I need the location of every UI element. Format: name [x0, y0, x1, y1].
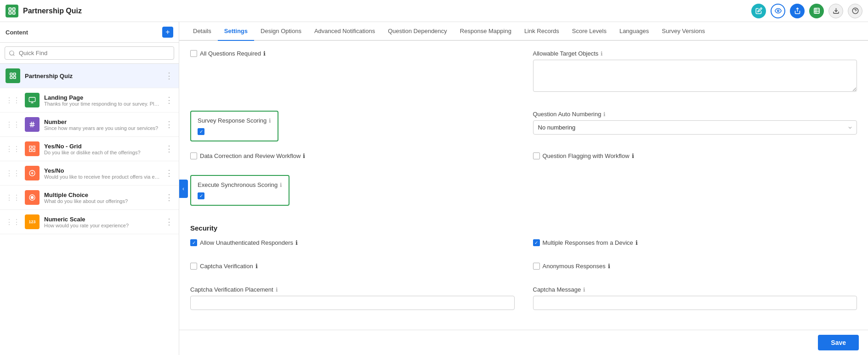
- sidebar-item-landing-page[interactable]: ⋮⋮ Landing Page Thanks for your time res…: [0, 88, 179, 113]
- sidebar-add-button[interactable]: +: [162, 27, 173, 38]
- captcha-placement-input[interactable]: [190, 296, 515, 310]
- all-questions-required-checkbox[interactable]: [190, 50, 197, 57]
- multiple-responses-device-group: ✓ Multiple Responses from a Device ℹ: [533, 239, 857, 246]
- anonymous-responses-row: Anonymous Responses ℹ: [533, 263, 857, 270]
- data-correction-group: Data Correction and Review Workflow ℹ: [190, 152, 515, 159]
- app-logo: [6, 5, 18, 17]
- question-flagging-label: Question Flagging with Workflow ℹ: [543, 152, 634, 159]
- allowable-target-objects-label: Allowable Target Objects ℹ: [533, 50, 857, 57]
- sidebar-content-label: Content: [6, 29, 28, 36]
- drag-handle-multiple-choice[interactable]: ⋮⋮: [6, 193, 20, 202]
- tab-languages[interactable]: Languages: [613, 22, 655, 41]
- captcha-placement-group: Captcha Verification Placement ℹ: [190, 286, 515, 310]
- svg-rect-16: [13, 76, 16, 79]
- execute-synchronous-scoring-checkbox[interactable]: ✓: [198, 192, 204, 199]
- sidebar-item-sub: Do you like or dislike each of the offer…: [44, 150, 160, 155]
- sidebar-item-menu-multiple-choice[interactable]: ⋮: [165, 192, 173, 203]
- svg-rect-13: [10, 73, 12, 75]
- tab-score-levels[interactable]: Score Levels: [566, 22, 613, 41]
- survey-response-scoring-group: Survey Response Scoring ℹ ✓: [190, 111, 515, 149]
- drag-handle-yesno-grid[interactable]: ⋮⋮: [6, 145, 20, 153]
- svg-rect-15: [10, 76, 12, 79]
- sidebar-item-number[interactable]: ⋮⋮ Number Since how many years are you u…: [0, 113, 179, 137]
- svg-rect-3: [13, 11, 15, 14]
- anonymous-responses-checkbox[interactable]: [533, 263, 540, 270]
- allowable-target-objects-input[interactable]: [533, 60, 857, 92]
- security-title: Security: [190, 224, 857, 232]
- download-button[interactable]: [828, 4, 843, 18]
- tab-question-dependency[interactable]: Question Dependency: [381, 22, 454, 41]
- sidebar-item-text-number: Number Since how many years are you usin…: [44, 118, 160, 131]
- item-icon-multiple-choice: [25, 190, 40, 205]
- sidebar-item-partnership-quiz[interactable]: Partnership Quiz ⋮: [0, 64, 179, 88]
- question-flagging-checkbox[interactable]: [533, 152, 540, 159]
- tab-bar: Details Settings Design Options Advanced…: [179, 22, 868, 41]
- svg-rect-1: [13, 8, 15, 10]
- svg-line-22: [31, 122, 31, 127]
- tab-response-mapping[interactable]: Response Mapping: [454, 22, 518, 41]
- survey-response-scoring-checkbox-wrapper: ✓: [198, 128, 271, 135]
- help-button[interactable]: [848, 4, 862, 18]
- sidebar-item-text-partnership-quiz: Partnership Quiz: [25, 73, 160, 79]
- security-row-3: Captcha Verification Placement ℹ Captcha…: [190, 286, 857, 318]
- sidebar-item-text-yesno: Yes/No Would you like to receive free pr…: [44, 167, 160, 180]
- settings-content: All Questions Required ℹ Allowable Targe…: [179, 41, 868, 330]
- survey-response-scoring-info-icon: ℹ: [269, 118, 271, 124]
- preview-button[interactable]: [771, 4, 785, 18]
- allow-unauthenticated-info-icon: ℹ: [295, 239, 298, 246]
- survey-response-scoring-checkbox[interactable]: ✓: [198, 128, 204, 135]
- sidebar-item-menu-partnership-quiz[interactable]: ⋮: [165, 71, 173, 81]
- sidebar-item-yesno-grid[interactable]: ⋮⋮ Yes/No - Grid Do you like or dislike …: [0, 137, 179, 161]
- drag-handle-number[interactable]: ⋮⋮: [6, 120, 20, 129]
- captcha-placement-info-icon: ℹ: [276, 287, 278, 293]
- tab-link-records[interactable]: Link Records: [518, 22, 566, 41]
- sidebar-item-sub: Since how many years are you using our s…: [44, 125, 160, 131]
- sidebar-item-yesno[interactable]: ⋮⋮ Yes/No Would you like to receive free…: [0, 161, 179, 186]
- question-auto-numbering-group: Question Auto Numbering ℹ No numbering 1…: [533, 111, 857, 141]
- main-layout: Content + Partnership Quiz ⋮ ⋮⋮: [0, 22, 868, 355]
- drag-handle-landing-page[interactable]: ⋮⋮: [6, 96, 20, 105]
- page-title: Partnership Quiz: [23, 7, 747, 15]
- security-section: Security ✓ Allow Unauthenticated Respond…: [190, 224, 857, 318]
- question-flagging-info-icon: ℹ: [632, 152, 634, 159]
- allow-unauthenticated-checkbox[interactable]: ✓: [190, 239, 197, 246]
- captcha-message-group: Captcha Message ℹ: [533, 286, 857, 310]
- captcha-message-input[interactable]: [533, 296, 857, 310]
- sidebar-item-menu-yesno-grid[interactable]: ⋮: [165, 144, 173, 154]
- edit-button[interactable]: [751, 4, 766, 18]
- multiple-responses-device-row: ✓ Multiple Responses from a Device ℹ: [533, 239, 857, 246]
- tab-survey-versions[interactable]: Survey Versions: [655, 22, 711, 41]
- tab-details[interactable]: Details: [187, 22, 218, 41]
- sidebar-item-multiple-choice[interactable]: ⋮⋮ Multiple Choice What do you like abou…: [0, 186, 179, 210]
- captcha-verification-info-icon: ℹ: [255, 263, 258, 270]
- settings-row-3: Data Correction and Review Workflow ℹ Qu…: [190, 152, 857, 168]
- spreadsheet-button[interactable]: [809, 4, 824, 18]
- question-auto-numbering-select[interactable]: No numbering 1, 2, 3 a, b, c I, II, III: [533, 120, 857, 135]
- execute-synchronous-scoring-group: Execute Synchronous Scoring ℹ ✓: [190, 175, 857, 213]
- survey-response-scoring-label: Survey Response Scoring ℹ: [198, 117, 271, 124]
- collapse-sidebar-button[interactable]: ‹: [179, 180, 188, 198]
- tab-design-options[interactable]: Design Options: [254, 22, 308, 41]
- sidebar-item-menu-landing-page[interactable]: ⋮: [165, 95, 173, 105]
- multiple-responses-device-checkbox[interactable]: ✓: [533, 239, 540, 246]
- sidebar-item-name: Yes/No: [44, 167, 160, 174]
- item-icon-numeric-scale: 123: [25, 214, 40, 229]
- data-correction-checkbox[interactable]: [190, 152, 197, 159]
- search-input[interactable]: [5, 46, 174, 60]
- sidebar-item-menu-number[interactable]: ⋮: [165, 119, 173, 130]
- sidebar-item-menu-numeric-scale[interactable]: ⋮: [165, 217, 173, 227]
- item-icon-yesno-grid: [25, 141, 40, 156]
- tab-advanced-notifications[interactable]: Advanced Notifications: [308, 22, 381, 41]
- captcha-placement-label: Captcha Verification Placement ℹ: [190, 286, 515, 293]
- captcha-verification-checkbox[interactable]: [190, 263, 197, 270]
- save-button[interactable]: Save: [818, 335, 859, 350]
- item-icon-landing-page: [25, 93, 40, 107]
- tab-settings[interactable]: Settings: [218, 22, 254, 41]
- sidebar-item-menu-yesno[interactable]: ⋮: [165, 168, 173, 178]
- sidebar-item-numeric-scale[interactable]: ⋮⋮ 123 Numeric Scale How would you rate …: [0, 210, 179, 234]
- drag-handle-numeric-scale[interactable]: ⋮⋮: [6, 218, 20, 226]
- sidebar-item-text-landing-page: Landing Page Thanks for your time respon…: [44, 94, 160, 107]
- drag-handle-yesno[interactable]: ⋮⋮: [6, 169, 20, 178]
- sidebar-item-sub: Thanks for your time responding to our s…: [44, 101, 160, 107]
- share-button[interactable]: [790, 4, 805, 18]
